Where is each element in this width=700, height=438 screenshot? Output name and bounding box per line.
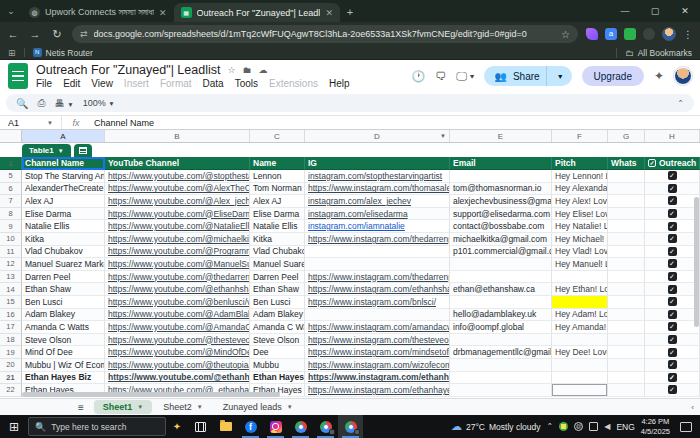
cell-email[interactable] [450,296,552,309]
checked-checkbox-icon[interactable]: ✓ [668,222,677,231]
cell-outreach-checkbox[interactable]: ✓ [645,195,700,208]
cell-pitch[interactable]: Hey Natalie! Lo [552,220,608,233]
header-cell[interactable]: Channel Name [22,157,105,170]
forward-icon[interactable]: → [28,28,42,40]
tab-search-icon[interactable]: ⌄ [0,0,22,22]
chrome-button[interactable] [288,415,313,438]
col-header-f[interactable]: F [552,130,608,142]
cell-channel-name[interactable]: Mubbu | Wiz Of Ecom [22,359,105,372]
table-views-button[interactable] [74,144,92,157]
extension-translate-icon[interactable]: a [605,28,617,40]
instagram-link[interactable]: https://www.instagram.com/mindsetofd/ [308,347,450,357]
youtube-link[interactable]: https://www.youtube.com/@EliseDarma/vide… [108,209,250,219]
cell-youtube-link[interactable]: https://www.youtube.com/@NatalieEllis [105,220,250,233]
namebox-dropdown-icon[interactable]: ▼ [47,120,53,126]
volume-icon[interactable]: ◀ [604,422,610,431]
name-box[interactable]: A1 ▼ [0,116,62,129]
maximize-button[interactable]: ▢ [640,0,670,22]
cell-outreach-checkbox[interactable]: ✓ [645,321,700,334]
youtube-link[interactable]: https://www.youtube.com/@MindOfDee/video… [108,347,250,357]
vertical-scrollbar[interactable] [694,197,699,327]
cell-youtube-link[interactable]: https://www.youtube.com/@ethanhayesbiz [105,372,250,385]
cell-outreach-checkbox[interactable]: ✓ [645,208,700,221]
row-header[interactable]: 7 [0,195,22,208]
cell-pitch[interactable]: Hey Amanda! L [552,321,608,334]
cell-channel-name[interactable]: Elise Darma [22,208,105,221]
all-bookmarks[interactable]: 🗀 All Bookmarks [616,48,692,58]
col-header-e[interactable]: E [450,130,552,142]
cell-pitch[interactable] [552,271,608,284]
chrome-profile2-button[interactable] [313,415,338,438]
document-title[interactable]: Outreach For "Zunayed"| Leadlist [36,63,220,77]
row-header[interactable]: 14 [0,283,22,296]
antivirus-tray-icon[interactable] [559,422,568,431]
row-header[interactable]: 21 [0,372,22,385]
header-cell[interactable]: Email [450,157,552,170]
cell-email[interactable]: hello@adamblakey.uk [450,309,552,322]
youtube-link[interactable]: https://www.youtube.com/@thesteveolson/v… [108,335,250,345]
bookmark-star-icon[interactable]: ☆ [561,29,570,40]
extension-pen-icon[interactable] [586,28,598,40]
cell-name[interactable]: Manuel Suarez [250,258,305,271]
cell-channel-name[interactable]: Adam Blakey [22,309,105,322]
cell-ig-link[interactable] [305,246,450,259]
cell-youtube-link[interactable]: https://www.youtube.com/@benlusci/videos [105,296,250,309]
row-header[interactable]: 5 [0,170,22,183]
cell-whatsapp[interactable] [608,334,645,347]
cell-outreach-checkbox[interactable]: ✓ [645,220,700,233]
cell-ig-link[interactable]: instagram.com/elisedarma [305,208,450,221]
sheets-logo-icon[interactable] [8,63,28,89]
row-header[interactable]: 12 [0,258,22,271]
cell-email[interactable]: support@elisedarma.com [450,208,552,221]
instagram-link[interactable]: instagram.com/iamnatalie [308,221,405,231]
cell-email[interactable]: p101.commercial@gmail.com [450,246,552,259]
cell-ig-link[interactable]: https://www.instagram.com/ethanhayesfr/ [305,384,450,397]
youtube-link[interactable]: https://www.youtube.com/@thedarrenpeel/v… [108,272,250,282]
cell-channel-name[interactable]: Manuel Suarez Marketing [22,258,105,271]
upgrade-button[interactable]: Upgrade [582,66,644,86]
youtube-link[interactable]: https://www.youtube.com/@Programmatic101… [108,246,250,256]
cell-youtube-link[interactable]: https://www.youtube.com/@thedarrenpeel/v… [105,271,250,284]
instagram-link[interactable]: instagram.com/stopthestarvingartist [308,171,442,181]
taskbar-clock[interactable]: 4:26 PM 4/5/2025 [641,417,670,437]
cell-channel-name[interactable]: Amanda C Watts [22,321,105,334]
menu-edit[interactable]: Edit [63,78,80,89]
cell-ig-link[interactable] [305,309,450,322]
cell-outreach-checkbox[interactable]: ✓ [645,233,700,246]
star-icon[interactable]: ☆ [227,65,235,75]
cell-whatsapp[interactable] [608,372,645,385]
header-cell[interactable]: ✓Outreach Mess [645,157,700,170]
extensions-puzzle-icon[interactable] [643,28,655,40]
youtube-link[interactable]: https://www.youtube.com/@AmandaCWatts/vi… [108,322,250,332]
checked-checkbox-icon[interactable]: ✓ [668,285,677,294]
column-dropdown-icon[interactable]: ▼ [440,133,446,139]
cell-pitch[interactable]: Hey Vlad! Loved [552,246,608,259]
cell-youtube-link[interactable]: https://www.youtube.com/@EliseDarma/vide… [105,208,250,221]
checked-checkbox-icon[interactable]: ✓ [668,272,677,281]
row-header[interactable]: 20 [0,359,22,372]
row-header[interactable]: 13 [0,271,22,284]
cell-pitch[interactable] [552,359,608,372]
menu-view[interactable]: View [91,78,113,89]
cell-name[interactable]: Alex AJ [250,195,305,208]
collapse-toolbar-icon[interactable]: ⌃ [677,99,684,108]
row-header[interactable]: 1 [0,157,22,170]
row-header[interactable]: 11 [0,246,22,259]
cell-email[interactable]: tom@thomasnorman.io [450,183,552,196]
sheet-tab-sheet1[interactable]: Sheet1 ▼ [94,400,152,414]
cell-outreach-checkbox[interactable]: ✓ [645,384,700,397]
row-header[interactable]: 17 [0,321,22,334]
menu-help[interactable]: Help [329,78,350,89]
cell-ig-link[interactable] [305,258,450,271]
facebook-button[interactable]: f [238,415,263,438]
cell-ig-link[interactable]: https://www.instagram.com/thesteveolson [305,334,450,347]
address-bar[interactable]: ⇄ docs.google.com/spreadsheets/d/1mTq2cW… [72,25,578,43]
cell-youtube-link[interactable]: https://www.youtube.com/@theutopia/video… [105,359,250,372]
cell-email[interactable] [450,372,552,385]
cell-email[interactable] [450,384,552,397]
menu-file[interactable]: File [36,78,52,89]
cell-name[interactable]: Adam Blakey [250,309,305,322]
browser-profile-avatar[interactable] [662,27,676,41]
youtube-link[interactable]: https://www.youtube.com/@NatalieEllis [108,221,250,231]
cell-outreach-checkbox[interactable]: ✓ [645,246,700,259]
